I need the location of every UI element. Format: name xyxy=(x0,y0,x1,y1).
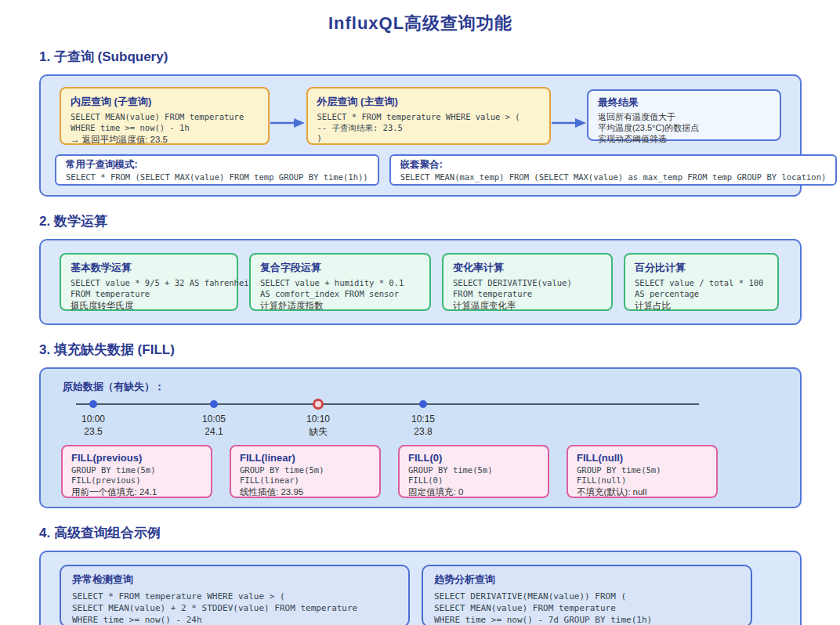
advanced-card-row: 异常检测查询 SELECT * FROM temperature WHERE v… xyxy=(41,552,800,625)
code-line: ) xyxy=(317,133,540,144)
timeline-caption: 10:10 缺失 xyxy=(283,413,353,438)
code-line: SELECT value * 9/5 + 32 AS fahrenheit xyxy=(71,278,227,289)
timeline-dot xyxy=(419,400,427,408)
code-line: SELECT MEAN(value) FROM temperature xyxy=(71,112,259,123)
timeline-dot xyxy=(89,400,97,408)
card-note: 固定值填充: 0 xyxy=(408,486,539,497)
result-line: 返回所有温度值大于 xyxy=(598,111,770,122)
card-title: FILL(null) xyxy=(577,452,708,464)
card-title: 异常检测查询 xyxy=(72,573,397,587)
code-block: SELECT value / total * 100 AS percentage xyxy=(635,278,768,299)
timeline: 10:00 23.5 10:05 24.1 10:10 缺失 10:15 23.… xyxy=(41,394,800,445)
code-line: GROUP BY time(5m) xyxy=(577,465,708,475)
timeline-time: 10:05 xyxy=(179,413,249,425)
timeline-caption: 10:00 23.5 xyxy=(58,413,129,438)
section-heading-subquery: 1. 子查询 (Subquery) xyxy=(39,48,802,66)
code-line: -- 子查询结果: 23.5 xyxy=(317,123,540,134)
card-note: 计算舒适度指数 xyxy=(260,300,420,311)
code-line: SELECT DERIVATIVE(value) xyxy=(453,278,602,289)
code-line: WHERE time >= now() - 1h xyxy=(71,123,259,134)
code-block: SELECT MEAN(value) FROM temperature WHER… xyxy=(71,112,259,133)
math-panel: 基本数学运算 SELECT value * 9/5 + 32 AS fahren… xyxy=(39,239,802,325)
flow-arrow-icon xyxy=(551,117,588,145)
card-title: 嵌套聚合: xyxy=(400,158,827,172)
math-card-row: 基本数学运算 SELECT value * 9/5 + 32 AS fahren… xyxy=(41,240,800,323)
code-line: FILL(null) xyxy=(577,475,708,486)
code-line: SELECT DERIVATIVE(MEAN(value)) FROM ( xyxy=(434,591,740,602)
math-card-basic: 基本数学运算 SELECT value * 9/5 + 32 AS fahren… xyxy=(60,253,238,311)
card-title: 内层查询 (子查询) xyxy=(71,95,259,109)
code-line: SELECT * FROM temperature WHERE value > … xyxy=(317,112,540,123)
timeline-caption: 10:15 23.8 xyxy=(388,413,458,438)
section-heading-advanced: 4. 高级查询组合示例 xyxy=(39,524,802,542)
code-line: AS comfort_index FROM sensor xyxy=(260,289,420,300)
code-line: GROUP BY time(5m) xyxy=(240,465,371,475)
code-line: SELECT * FROM temperature WHERE value > … xyxy=(72,591,397,602)
timeline-label: 原始数据（有缺失）： xyxy=(63,380,800,394)
code-line: SELECT MEAN(max_temp) FROM (SELECT MAX(v… xyxy=(400,172,827,183)
advanced-card-anomaly: 异常检测查询 SELECT * FROM temperature WHERE v… xyxy=(60,565,410,625)
pattern-card-common: 常用子查询模式: SELECT * FROM (SELECT MAX(value… xyxy=(55,154,379,186)
code-line: SELECT * FROM (SELECT MAX(value) FROM te… xyxy=(66,172,368,183)
code-line: FILL(0) xyxy=(408,475,539,486)
card-title: 变化率计算 xyxy=(453,261,602,275)
fill-card-row: FILL(previous) GROUP BY time(5m) FILL(pr… xyxy=(61,445,800,498)
card-title: 趋势分析查询 xyxy=(434,573,740,587)
card-note: 线性插值: 23.95 xyxy=(240,486,371,497)
card-title: 百分比计算 xyxy=(635,261,768,275)
result-line: 平均温度(23.5°C)的数据点 xyxy=(598,122,770,133)
page-title: InfluxQL高级查询功能 xyxy=(39,0,802,35)
card-title: 最终结果 xyxy=(598,96,770,110)
fill-panel: 原始数据（有缺失）： 10:00 23.5 10:05 24.1 10:10 缺… xyxy=(39,367,802,508)
code-line: FROM temperature xyxy=(71,289,227,300)
pattern-card-nested: 嵌套聚合: SELECT MEAN(max_temp) FROM (SELECT… xyxy=(389,154,838,186)
code-line: FILL(linear) xyxy=(240,475,371,486)
code-block: SELECT * FROM temperature WHERE value > … xyxy=(317,112,540,144)
card-title: FILL(previous) xyxy=(71,452,202,464)
code-block: GROUP BY time(5m) FILL(linear) xyxy=(240,465,371,486)
card-title: 复合字段运算 xyxy=(260,261,420,275)
subquery-panel: 内层查询 (子查询) SELECT MEAN(value) FROM tempe… xyxy=(39,74,802,197)
code-block: GROUP BY time(5m) FILL(null) xyxy=(577,465,708,486)
code-line: SELECT MEAN(value) + 2 * STDDEV(value) F… xyxy=(72,602,397,614)
code-line: FROM temperature xyxy=(453,289,602,300)
timeline-value: 缺失 xyxy=(283,425,353,438)
advanced-panel: 异常检测查询 SELECT * FROM temperature WHERE v… xyxy=(39,551,802,625)
math-card-derivative: 变化率计算 SELECT DERIVATIVE(value) FROM temp… xyxy=(442,253,613,311)
code-line: SELECT value + humidity * 0.1 xyxy=(260,278,420,289)
fill-card-zero: FILL(0) GROUP BY time(5m) FILL(0) 固定值填充:… xyxy=(398,445,549,498)
advanced-card-trend: 趋势分析查询 SELECT DERIVATIVE(MEAN(value)) FR… xyxy=(422,565,752,625)
final-result-card: 最终结果 返回所有温度值大于 平均温度(23.5°C)的数据点 实现动态阈值筛选 xyxy=(587,89,781,141)
card-title: 常用子查询模式: xyxy=(66,158,368,172)
card-title: FILL(0) xyxy=(408,452,539,464)
code-block: GROUP BY time(5m) FILL(previous) xyxy=(71,465,202,486)
card-note: 用前一个值填充: 24.1 xyxy=(71,486,202,497)
result-line: 实现动态阈值筛选 xyxy=(598,133,770,144)
fill-card-previous: FILL(previous) GROUP BY time(5m) FILL(pr… xyxy=(61,445,212,498)
fill-card-linear: FILL(linear) GROUP BY time(5m) FILL(line… xyxy=(230,445,381,498)
timeline-dot-missing xyxy=(313,399,324,410)
code-line: AS percentage xyxy=(635,289,768,300)
code-line: WHERE time >= now() - 7d GROUP BY time(1… xyxy=(434,614,740,625)
timeline-time: 10:00 xyxy=(58,413,129,425)
section-heading-fill: 3. 填充缺失数据 (FILL) xyxy=(39,341,802,359)
card-note: → 返回平均温度值: 23.5 xyxy=(71,134,259,145)
timeline-caption: 10:05 24.1 xyxy=(179,413,249,438)
subquery-flow-row: 内层查询 (子查询) SELECT MEAN(value) FROM tempe… xyxy=(41,76,800,145)
timeline-time: 10:15 xyxy=(388,413,458,425)
code-line: SELECT MEAN(value) FROM temperature xyxy=(434,602,740,614)
card-note: 计算温度变化率 xyxy=(453,300,602,311)
card-title: 基本数学运算 xyxy=(71,261,227,275)
timeline-axis xyxy=(76,403,699,405)
code-line: WHERE time >= now() - 24h xyxy=(72,614,397,625)
timeline-dot xyxy=(210,400,218,408)
timeline-value: 23.5 xyxy=(58,425,129,438)
outer-query-card: 外层查询 (主查询) SELECT * FROM temperature WHE… xyxy=(306,87,551,145)
card-note: 计算占比 xyxy=(635,300,768,311)
inner-query-card: 内层查询 (子查询) SELECT MEAN(value) FROM tempe… xyxy=(60,87,270,145)
code-block: SELECT * FROM temperature WHERE value > … xyxy=(72,591,397,625)
timeline-value: 24.1 xyxy=(179,425,249,438)
subquery-pattern-row: 常用子查询模式: SELECT * FROM (SELECT MAX(value… xyxy=(55,154,786,195)
code-block: SELECT DERIVATIVE(MEAN(value)) FROM ( SE… xyxy=(434,591,740,625)
section-heading-math: 2. 数学运算 xyxy=(39,212,802,230)
